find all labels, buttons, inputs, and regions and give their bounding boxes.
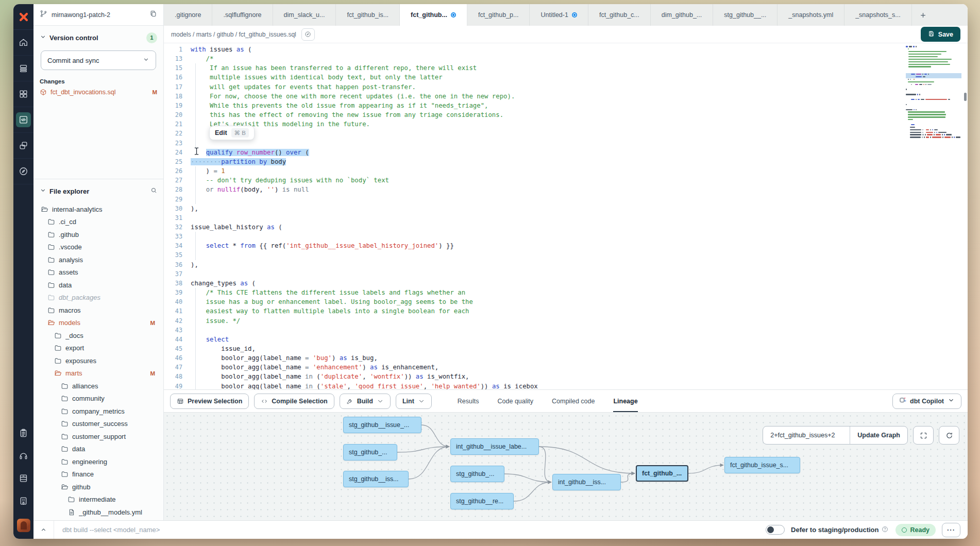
editor-tab-stg_github__...[interactable]: stg_github__...: [713, 4, 778, 26]
apps-grid-icon: [19, 89, 28, 99]
lineage-node-stg_github__iss...[interactable]: stg_github__iss...: [343, 471, 409, 487]
lineage-node-stg_github_...[interactable]: stg_github_...: [450, 466, 504, 482]
file-tree-item-macros[interactable]: macros: [40, 304, 157, 317]
rail-item-support-headphones[interactable]: [13, 444, 33, 467]
file-tree-item-customer_support[interactable]: customer_support: [40, 430, 157, 443]
editor-tab-.sqlfluffignore[interactable]: .sqlfluffignore: [212, 4, 273, 26]
rail-item-deploy-stack[interactable]: [13, 56, 33, 81]
version-control-section: Version control 1 Commit and sync Change…: [33, 26, 163, 179]
file-tree-item-data[interactable]: data: [40, 279, 157, 292]
command-input[interactable]: dbt build --select <model_name>: [62, 526, 766, 534]
lineage-node-stg_github_...[interactable]: stg_github_...: [343, 444, 397, 460]
editor-tab-dim_github_...[interactable]: dim_github_...: [651, 4, 714, 26]
rail-item-projects-windows[interactable]: [13, 133, 33, 159]
file-tree-item-export[interactable]: export: [40, 342, 157, 355]
branch-header[interactable]: mirnawong1-patch-2: [33, 4, 163, 26]
lineage-node-stg_github__re...[interactable]: stg_github__re...: [450, 493, 514, 509]
changed-file-row[interactable]: fct_dbt_invocations.sqlM: [40, 89, 157, 96]
file-tree-item-customer_success[interactable]: customer_success: [40, 418, 157, 431]
rail-item-orchestration-compass[interactable]: [13, 159, 33, 184]
commit-and-sync-button[interactable]: Commit and sync: [41, 50, 156, 70]
result-tab-code-quality[interactable]: Code quality: [498, 390, 534, 412]
file-tree-item-dbt_packages[interactable]: dbt_packages: [40, 292, 157, 304]
file-tree-item-internal-analytics[interactable]: internal-analytics: [40, 203, 157, 216]
editor-tab-Untitled-1[interactable]: Untitled-1: [530, 4, 588, 26]
editor-tab-_snapshots.yml[interactable]: _snapshots.yml: [778, 4, 844, 26]
defer-toggle[interactable]: [766, 525, 785, 535]
lineage-node-int_github__issue_labe...[interactable]: int_github__issue_labe...: [450, 438, 539, 455]
open-docs-compass-button[interactable]: [301, 28, 315, 41]
file-tree-item-engineering[interactable]: engineering: [40, 455, 157, 468]
rail-item-notes-clipboard[interactable]: [13, 421, 33, 444]
lineage-node-int_github__iss...[interactable]: int_github__iss...: [552, 474, 621, 490]
file-tree-item-assets[interactable]: assets: [40, 266, 157, 279]
fullscreen-button[interactable]: [913, 426, 934, 445]
file-tree-item-marts[interactable]: martsM: [40, 367, 157, 380]
preview-selection-button[interactable]: Preview Selection: [170, 394, 249, 409]
file-tree-item-_docs[interactable]: _docs: [40, 329, 157, 342]
editor-tab-fct_github...[interactable]: fct_github...: [400, 4, 467, 26]
lint-button[interactable]: Lint: [396, 394, 432, 409]
editor-minimap[interactable]: [906, 45, 961, 139]
file-tree-item-.ci_cd[interactable]: .ci_cd: [40, 216, 157, 229]
editor-tab-fct_github_c...[interactable]: fct_github_c...: [588, 4, 651, 26]
unsaved-changes-dot: [572, 12, 577, 18]
more-options-button[interactable]: ···: [942, 523, 960, 537]
edit-popup-label[interactable]: Edit: [215, 129, 227, 136]
code-line-24: 24 qualify row_number() over (: [164, 148, 968, 157]
file-tree-item-github[interactable]: github: [40, 481, 157, 493]
doc-icon: [67, 508, 75, 516]
rail-item-warehouse-drawer[interactable]: [13, 467, 33, 489]
file-tree-item-company_metrics[interactable]: company_metrics: [40, 405, 157, 418]
ide-status-badge[interactable]: Ready: [895, 524, 936, 536]
rail-item-organization-building[interactable]: [13, 489, 33, 512]
file-explorer-header[interactable]: File explorer: [40, 184, 157, 198]
dbt-logo[interactable]: [13, 4, 33, 30]
compile-selection-button[interactable]: Compile Selection: [254, 394, 334, 409]
editor-tab-dim_slack_u...[interactable]: dim_slack_u...: [273, 4, 336, 26]
file-tree-item-finance[interactable]: finance: [40, 468, 157, 481]
file-tree-item-analysis[interactable]: analysis: [40, 253, 157, 266]
refresh-button[interactable]: [939, 426, 959, 445]
dbt-copilot-button[interactable]: dbt Copilot: [892, 394, 961, 409]
lineage-node-fct_github_...[interactable]: fct_github_...: [636, 465, 688, 482]
rail-item-develop-code[interactable]: [13, 107, 33, 133]
rail-item-apps-grid[interactable]: [13, 81, 33, 107]
lineage-node-stg_github__issue_...[interactable]: stg_github__issue_...: [343, 417, 421, 433]
file-tree-item-data[interactable]: data: [40, 443, 157, 456]
result-tab-lineage[interactable]: Lineage: [613, 390, 637, 412]
file-tree-item-alliances[interactable]: alliances: [40, 380, 157, 393]
editor-tab-_snapshots_s...[interactable]: _snapshots_s...: [844, 4, 912, 26]
search-icon[interactable]: [150, 187, 157, 195]
editor-tab-.gitignore[interactable]: .gitignore: [164, 4, 212, 26]
left-icon-rail: [13, 4, 33, 539]
file-tree-item-_github__models.yml[interactable]: _github__models.yml: [40, 506, 157, 519]
file-tree-item-models[interactable]: modelsM: [40, 317, 157, 330]
editor-tab-fct_github_is...[interactable]: fct_github_is...: [336, 4, 400, 26]
result-tab-compiled-code[interactable]: Compiled code: [552, 390, 595, 412]
help-icon[interactable]: [882, 526, 888, 534]
editor-scrollbar[interactable]: [964, 93, 967, 101]
save-button[interactable]: Save: [921, 27, 960, 42]
lineage-node-fct_github_issue_s...[interactable]: fct_github_issue_s...: [724, 457, 800, 473]
file-tree-item-.github[interactable]: .github: [40, 228, 157, 241]
rail-item-home[interactable]: [13, 30, 33, 56]
file-tree-item-community[interactable]: community: [40, 393, 157, 405]
build-button[interactable]: Build: [340, 394, 391, 409]
user-avatar[interactable]: [13, 512, 33, 539]
version-control-header[interactable]: Version control 1: [40, 31, 157, 44]
new-tab-button[interactable]: [912, 4, 934, 26]
code-editor[interactable]: 1with issues as (13 /*15 If an issue has…: [164, 43, 968, 389]
copy-icon[interactable]: [149, 10, 157, 20]
file-tree-item-exposures[interactable]: exposures: [40, 354, 157, 367]
edit-popup[interactable]: Edit ⌘ B: [209, 126, 255, 140]
expand-command-bar-button[interactable]: [33, 521, 54, 539]
lineage-selector-input[interactable]: 2+fct_github_issues+2: [763, 426, 850, 444]
file-tree-item-intermediate[interactable]: intermediate: [40, 493, 157, 506]
editor-tab-fct_github_p...[interactable]: fct_github_p...: [467, 4, 530, 26]
result-tab-results[interactable]: Results: [458, 390, 479, 412]
update-graph-button[interactable]: Update Graph: [850, 426, 907, 444]
folder-icon: [54, 357, 62, 365]
unsaved-changes-dot: [451, 12, 456, 18]
file-tree-item-.vscode[interactable]: .vscode: [40, 241, 157, 254]
